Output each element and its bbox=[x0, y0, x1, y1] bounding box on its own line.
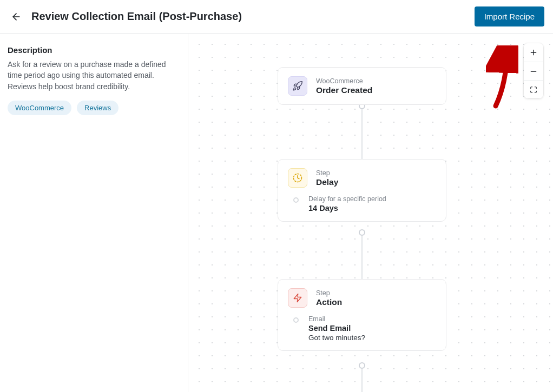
node-pretitle: WooCommerce bbox=[316, 77, 372, 85]
node-pretitle: Step bbox=[316, 169, 338, 177]
node-header: Step Delay bbox=[288, 168, 436, 188]
sub-text: Email Send Email Got two minutes? bbox=[308, 315, 365, 342]
svg-marker-5 bbox=[294, 294, 301, 302]
sub-text: Delay for a specific period 14 Days bbox=[308, 195, 386, 212]
connector-dot bbox=[359, 362, 365, 369]
back-button[interactable] bbox=[9, 9, 24, 24]
fit-view-button[interactable] bbox=[524, 80, 543, 98]
tag-reviews[interactable]: Reviews bbox=[77, 101, 119, 115]
sub-extra: Got two minutes? bbox=[308, 334, 365, 342]
node-header: Step Action bbox=[288, 288, 436, 308]
node-title: Action bbox=[316, 297, 342, 307]
description-heading: Description bbox=[8, 45, 178, 55]
zoom-out-button[interactable] bbox=[524, 62, 543, 80]
sidebar: Description Ask for a review on a purcha… bbox=[0, 34, 188, 392]
flow-canvas[interactable]: WooCommerce Order Created Step Delay Del… bbox=[188, 34, 553, 392]
expand-icon bbox=[530, 86, 537, 94]
rocket-icon bbox=[288, 76, 307, 96]
connector-dot bbox=[359, 229, 365, 236]
page-body: Description Ask for a review on a purcha… bbox=[0, 34, 553, 392]
node-text: Step Delay bbox=[316, 169, 338, 187]
node-pretitle: Step bbox=[316, 289, 342, 297]
tag-woocommerce[interactable]: WooCommerce bbox=[8, 101, 71, 115]
page-header: Review Collection Email (Post-Purchase) … bbox=[0, 0, 553, 34]
sub-dot bbox=[293, 197, 299, 203]
zoom-in-button[interactable] bbox=[524, 43, 543, 62]
connector-line bbox=[361, 232, 363, 281]
sub-title: 14 Days bbox=[308, 204, 386, 212]
header-left: Review Collection Email (Post-Purchase) bbox=[9, 9, 242, 24]
flow-node-delay[interactable]: Step Delay Delay for a specific period 1… bbox=[278, 159, 446, 222]
node-text: Step Action bbox=[316, 289, 342, 307]
sub-title: Send Email bbox=[308, 324, 365, 333]
node-header: WooCommerce Order Created bbox=[288, 76, 436, 96]
minus-icon bbox=[529, 67, 538, 76]
arrow-left-icon bbox=[11, 11, 22, 22]
node-sub-row: Delay for a specific period 14 Days bbox=[288, 195, 436, 212]
zoom-controls bbox=[524, 43, 543, 98]
tag-group: WooCommerce Reviews bbox=[8, 101, 178, 115]
sub-pretitle: Email bbox=[308, 315, 365, 323]
lightning-icon bbox=[288, 288, 307, 308]
node-sub-row: Email Send Email Got two minutes? bbox=[288, 315, 436, 342]
clock-icon bbox=[288, 168, 307, 188]
node-title: Delay bbox=[316, 177, 338, 187]
description-text: Ask for a review on a purchase made a de… bbox=[8, 59, 170, 92]
connector-line bbox=[361, 103, 363, 161]
import-recipe-button[interactable]: Import Recipe bbox=[475, 6, 544, 26]
annotation-arrow bbox=[486, 45, 518, 110]
node-text: WooCommerce Order Created bbox=[316, 77, 372, 95]
connector-line bbox=[361, 366, 363, 392]
node-title: Order Created bbox=[316, 85, 372, 95]
sub-pretitle: Delay for a specific period bbox=[308, 195, 386, 203]
page-title: Review Collection Email (Post-Purchase) bbox=[31, 10, 242, 23]
flow-node-trigger[interactable]: WooCommerce Order Created bbox=[278, 67, 446, 105]
plus-icon bbox=[529, 48, 538, 57]
flow-node-action[interactable]: Step Action Email Send Email Got two min… bbox=[278, 279, 446, 351]
sub-dot bbox=[293, 317, 299, 323]
